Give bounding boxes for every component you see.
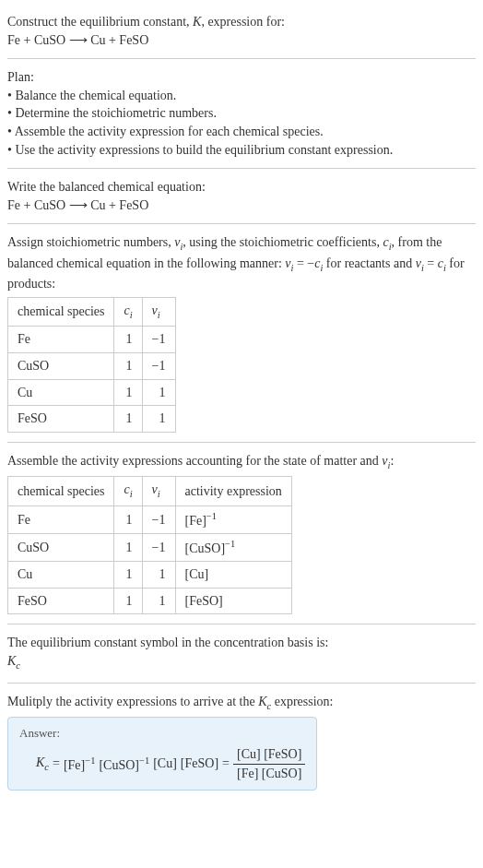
plan-item: • Determine the stoichiometric numbers. [7,104,476,123]
divider [7,683,476,684]
cell-expr: [Cu] [175,562,291,589]
text: Mulitply the activity expressions to arr… [7,695,258,708]
cell-nu: 1 [142,562,175,589]
table-row: Cu 1 1 [8,379,176,406]
activity-section: Assemble the activity expressions accoun… [7,446,476,621]
text: : [390,454,394,468]
cell-c: 1 [114,352,142,379]
eq-lhs: Fe + CuSO [7,198,65,212]
stoich-text: Assign stoichiometric numbers, νi, using… [7,233,476,293]
frac-denominator: [Fe] [CuSO] [233,765,305,783]
answer-expression: Kc = [Fe]−1 [CuSO]−1 [Cu] [FeSO] = [Cu] … [19,745,305,782]
intro-text1: Construct the equilibrium constant, [7,15,193,29]
divider [7,624,476,624]
intro-equation: Fe + CuSO ⟶ Cu + FeSO [7,31,476,50]
cell-nu: −1 [142,505,175,533]
term1: [Fe]−1 [64,755,96,774]
divider [7,58,476,59]
divider [7,223,476,224]
multiply-section: Mulitply the activity expressions to arr… [7,687,476,797]
rel-eq: = − [293,256,314,270]
kc-indent [19,755,32,773]
table-header-row: chemical species ci νi [8,297,176,326]
cell-nu: 1 [142,379,175,406]
col-ci: ci [114,477,142,505]
reaction-arrow-icon: ⟶ [69,32,88,47]
cell-species: FeSO [8,588,114,614]
plan-heading: Plan: [7,68,476,87]
intro-text2: , expression for: [201,15,285,29]
cell-c: 1 [114,327,142,353]
intro-K: K [193,15,201,29]
table-row: Fe 1 −1 [Fe]−1 [8,505,292,533]
balanced-section: Write the balanced chemical equation: Fe… [7,172,476,220]
col-nui: νi [142,477,175,505]
plan-item: • Balance the chemical equation. [7,87,476,105]
cell-nu: 1 [142,588,175,614]
answer-label: Answer: [19,725,305,742]
intro-section: Construct the equilibrium constant, K, e… [7,7,476,54]
text: expression: [271,695,333,708]
cell-nu: −1 [142,533,175,561]
table-row: Cu 1 1 [Cu] [8,562,292,589]
cell-species: CuSO [8,352,114,379]
cell-expr: [CuSO]−1 [175,533,291,561]
cell-species: Cu [8,379,114,406]
cell-species: Fe [8,327,114,353]
eq-lhs: Fe + CuSO [7,33,65,47]
cell-species: CuSO [8,533,114,561]
cell-species: Fe [8,505,114,533]
cell-c: 1 [114,406,142,433]
eq-sign: = [53,755,60,773]
reaction-arrow-icon: ⟶ [69,197,88,212]
rel-eq: = [424,256,438,270]
col-nui: νi [142,297,175,326]
cell-nu: 1 [142,406,175,433]
fraction: [Cu] [FeSO] [Fe] [CuSO] [233,745,305,782]
cell-nu: −1 [142,352,175,379]
stoich-table: chemical species ci νi Fe 1 −1 CuSO 1 −1… [7,297,176,433]
symbol-kc: Kc [7,652,476,672]
plan-item: • Use the activity expressions to build … [7,141,476,160]
activity-heading: Assemble the activity expressions accoun… [7,452,476,472]
table-row: CuSO 1 −1 [CuSO]−1 [8,533,292,561]
cell-c: 1 [114,562,142,589]
table-row: FeSO 1 1 [FeSO] [8,588,292,614]
cell-species: Cu [8,562,114,589]
text: for reactants and [323,256,415,270]
text: Assemble the activity expressions accoun… [7,454,382,468]
symbol-section: The equilibrium constant symbol in the c… [7,628,476,678]
col-species: chemical species [8,477,114,505]
plan-section: Plan: • Balance the chemical equation. •… [7,63,476,164]
term4: [FeSO] [181,755,218,773]
eq-sign: = [222,755,230,773]
cell-c: 1 [114,505,142,533]
balanced-equation: Fe + CuSO ⟶ Cu + FeSO [7,196,476,215]
col-ci: ci [114,297,142,326]
table-header-row: chemical species ci νi activity expressi… [8,477,292,505]
plan-item: • Assemble the activity expression for e… [7,123,476,141]
intro-title: Construct the equilibrium constant, K, e… [7,13,476,31]
table-row: Fe 1 −1 [8,327,176,353]
answer-box: Answer: Kc = [Fe]−1 [CuSO]−1 [Cu] [FeSO]… [7,717,317,791]
cell-c: 1 [114,533,142,561]
term3: [Cu] [153,755,177,773]
cell-species: FeSO [8,406,114,433]
stoich-section: Assign stoichiometric numbers, νi, using… [7,228,476,437]
cell-c: 1 [114,379,142,406]
term2: [CuSO]−1 [99,755,149,774]
K-symbol: K [258,695,266,708]
Kc: Kc [36,754,49,774]
symbol-heading: The equilibrium constant symbol in the c… [7,634,476,652]
eq-rhs: Cu + FeSO [90,198,148,212]
cell-expr: [FeSO] [175,588,291,614]
table-row: FeSO 1 1 [8,406,176,433]
cell-expr: [Fe]−1 [175,505,291,533]
cell-nu: −1 [142,327,175,353]
divider [7,168,476,169]
frac-numerator: [Cu] [FeSO] [233,745,305,764]
eq-rhs: Cu + FeSO [90,33,148,47]
col-expr: activity expression [175,477,291,505]
divider [7,442,476,443]
text: Assign stoichiometric numbers, [7,235,174,249]
